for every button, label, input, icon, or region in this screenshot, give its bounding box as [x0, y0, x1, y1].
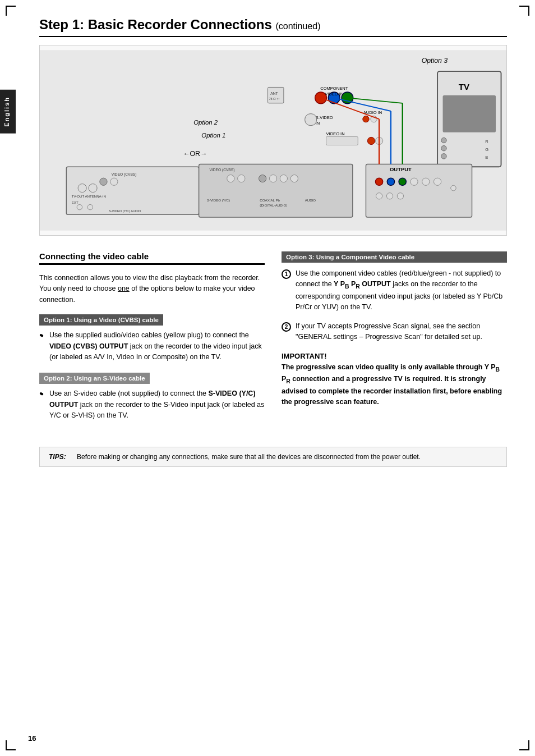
svg-point-51	[290, 175, 298, 182]
tips-text: Before making or changing any connection…	[77, 453, 421, 461]
svg-text:ANT: ANT	[270, 91, 278, 95]
page-title: Step 1: Basic Recorder Connections (cont…	[39, 17, 507, 33]
option3-diagram-label: Option 3	[422, 57, 448, 65]
option3-title: Option 3: Using a Component Video cable	[282, 251, 507, 263]
svg-text:TV: TV	[459, 82, 469, 91]
svg-point-5	[441, 145, 446, 150]
important-section: IMPORTANT! The progressive scan video qu…	[282, 351, 507, 408]
svg-point-4	[441, 138, 446, 143]
svg-point-26	[367, 137, 375, 144]
svg-text:TV-OUT  ANTENNA-IN: TV-OUT ANTENNA-IN	[72, 194, 106, 198]
svg-point-47	[238, 175, 245, 182]
svg-point-60	[399, 178, 406, 185]
svg-point-41	[87, 204, 93, 209]
page-wrapper: English Step 1: Basic Recorder Connectio…	[0, 0, 535, 756]
tips-label: TIPS:	[49, 453, 71, 461]
svg-point-62	[422, 178, 430, 185]
step1-number: 1	[282, 269, 291, 279]
language-tab: English	[0, 90, 16, 134]
svg-point-63	[433, 178, 441, 185]
svg-text:G: G	[485, 147, 488, 152]
option1-label: Option 1: Using a Video (CVBS) cable	[39, 314, 163, 326]
page-number: 16	[28, 734, 36, 743]
svg-point-61	[411, 178, 418, 185]
svg-text:Option 1: Option 1	[201, 132, 225, 139]
step1-text: Use the component video cables (red/blue…	[296, 268, 507, 313]
diagram-svg: Option 3 TV R G B ANT 75 Ω ↑↑ COMPONENT …	[40, 45, 506, 235]
svg-point-64	[376, 193, 382, 199]
svg-text:(DIGITAL-AUDIO): (DIGITAL-AUDIO)	[260, 203, 287, 207]
svg-rect-25	[326, 136, 358, 145]
step2-number: 2	[282, 322, 291, 332]
option2-section: Option 2: Using an S-Video cable ● Use a…	[39, 373, 265, 421]
svg-point-65	[386, 193, 393, 199]
svg-point-40	[77, 204, 82, 209]
svg-point-35	[110, 178, 118, 185]
svg-point-58	[375, 178, 382, 185]
content-columns: Connecting the video cable This connecti…	[39, 251, 507, 431]
svg-text:VIDEO (CVBS): VIDEO (CVBS)	[112, 172, 137, 177]
left-column: Connecting the video cable This connecti…	[39, 251, 265, 431]
svg-text:COAXIAL         Pb: COAXIAL Pb	[260, 198, 280, 202]
svg-rect-20	[305, 114, 317, 126]
connecting-heading: Connecting the video cable	[39, 251, 265, 265]
svg-point-36	[78, 184, 86, 193]
step2-text: If your TV accepts Progressive Scan sign…	[296, 321, 507, 343]
svg-text:AUDIO: AUDIO	[305, 198, 316, 202]
svg-text:S-VIDEO: S-VIDEO	[316, 115, 333, 120]
continued-text: (continued)	[275, 21, 320, 31]
svg-point-50	[280, 175, 287, 182]
svg-point-22	[363, 116, 369, 122]
svg-point-59	[387, 178, 394, 185]
svg-text:VIDEO IN: VIDEO IN	[325, 91, 343, 97]
option1-body: ● Use the supplied audio/video cables (y…	[39, 330, 265, 363]
right-column: Option 3: Using a Component Video cable …	[282, 251, 507, 431]
important-label: IMPORTANT!	[282, 351, 507, 362]
title-text: Step 1: Basic Recorder Connections	[39, 17, 272, 32]
svg-text:R: R	[485, 139, 488, 144]
svg-text:Option 2: Option 2	[193, 119, 218, 126]
corner-bl	[6, 740, 16, 750]
svg-point-34	[100, 178, 107, 185]
svg-text:←OR→: ←OR→	[183, 150, 207, 158]
corner-tl	[6, 6, 16, 16]
svg-point-48	[259, 175, 266, 182]
svg-point-37	[89, 184, 97, 193]
svg-text:S-VIDEO (Y/C)      AUDIO: S-VIDEO (Y/C) AUDIO	[109, 209, 141, 213]
svg-rect-3	[443, 95, 496, 132]
svg-point-66	[397, 193, 403, 199]
option1-section: Option 1: Using a Video (CVBS) cable ● U…	[39, 314, 265, 363]
svg-point-46	[227, 175, 234, 182]
svg-text:EXT: EXT	[72, 200, 79, 204]
corner-tr	[519, 6, 529, 16]
option3-step1: 1 Use the component video cables (red/bl…	[282, 268, 507, 313]
svg-rect-56	[366, 164, 472, 218]
svg-text:VIDEO IN: VIDEO IN	[326, 131, 345, 136]
important-body: The progressive scan video quality is on…	[282, 362, 507, 408]
svg-point-67	[451, 185, 456, 190]
svg-text:COMPONENT: COMPONENT	[320, 86, 348, 91]
svg-text:S-VIDEO (Y/C): S-VIDEO (Y/C)	[207, 198, 230, 202]
intro-text: This connection allows you to view the d…	[39, 273, 265, 305]
svg-point-6	[441, 154, 446, 159]
svg-rect-44	[199, 164, 353, 218]
svg-point-49	[269, 175, 276, 182]
tips-box: TIPS: Before making or changing any conn…	[39, 447, 507, 467]
diagram-area: Option 3 TV R G B ANT 75 Ω ↑↑ COMPONENT …	[39, 45, 507, 236]
option2-label: Option 2: Using an S-Video cable	[39, 373, 150, 384]
svg-text:B: B	[485, 155, 488, 160]
option2-body: ● Use an S-video cable (not supplied) to…	[39, 388, 265, 421]
option3-step2: 2 If your TV accepts Progressive Scan si…	[282, 321, 507, 343]
svg-text:75 Ω ↑↑: 75 Ω ↑↑	[269, 97, 279, 100]
svg-text:VIDEO (CVBS): VIDEO (CVBS)	[210, 168, 235, 172]
corner-br	[519, 740, 529, 750]
title-rule	[39, 36, 507, 37]
svg-text:OUTPUT: OUTPUT	[390, 166, 412, 172]
